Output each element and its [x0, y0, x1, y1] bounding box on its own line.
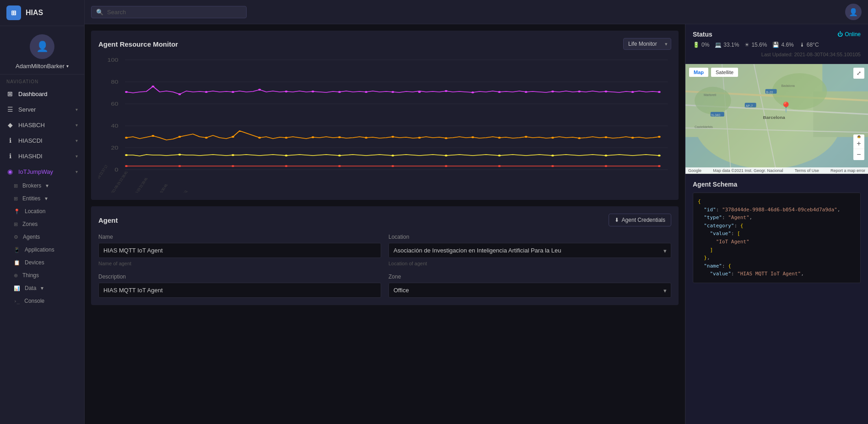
svg-point-74 — [604, 165, 607, 167]
svg-point-52 — [631, 137, 634, 139]
last-updated: Last Updated: 2021-08-30T04:34:55.100105 — [693, 52, 861, 57]
chevron-down-icon: ▾ — [66, 64, 69, 69]
sidebar-header: ⊞ HIAS — [0, 0, 84, 26]
dashboard-icon: ⊞ — [6, 90, 14, 97]
schema-code: { "id": "378d44de-9988-46d6-b054-09ceb4d… — [693, 193, 861, 283]
svg-point-37 — [232, 136, 234, 138]
map-zoom-in-button[interactable]: + — [853, 138, 864, 149]
agent-zone-select-wrapper: Office — [388, 283, 671, 298]
map-expand-button[interactable]: ⤢ — [853, 68, 864, 79]
cpu-icon: 💻 — [715, 42, 722, 48]
things-icon: ⊕ — [14, 273, 18, 279]
sidebar: ⊞ HIAS 👤 AdamMiltonBarker ▾ NAVIGATION ⊞… — [0, 0, 85, 424]
sidebar-item-console[interactable]: ›_ Console — [0, 295, 84, 307]
cpu-metric: 💻 33.1% — [715, 42, 739, 48]
sidebar-item-dashboard[interactable]: ⊞ Dashboard — [0, 86, 84, 102]
iotjumpway-icon: ◉ — [6, 168, 14, 175]
chevron-right-icon3: ▾ — [75, 138, 78, 143]
agent-description-input[interactable] — [98, 283, 381, 298]
map-zoom-out-button[interactable]: − — [853, 149, 864, 160]
agent-zone-select[interactable]: Office — [388, 283, 671, 298]
agent-form: Name Name of agent Location Asociación d… — [98, 234, 671, 298]
map-tab-map[interactable]: Map — [689, 68, 708, 77]
right-panel: Status Online 🔋 0% 💻 33.1% ☀ 15.6% — [685, 24, 868, 424]
temp-value: 68°C — [807, 42, 819, 48]
agent-credentials-button[interactable]: ⬇ Agent Credentials — [609, 214, 671, 226]
user-avatar-top[interactable]: 👤 — [845, 4, 862, 20]
svg-point-27 — [525, 91, 528, 93]
sidebar-item-devices[interactable]: 📋 Devices — [0, 256, 84, 269]
svg-point-68 — [285, 165, 288, 167]
monitor-dropdown-wrapper[interactable]: Life Monitor — [623, 38, 671, 50]
svg-point-24 — [445, 90, 447, 92]
svg-point-17 — [258, 89, 261, 91]
agent-location-hint: Location of agent — [388, 261, 671, 266]
svg-point-67 — [232, 165, 234, 167]
schema-title: Agent Schema — [693, 181, 861, 188]
sidebar-item-iotjumpway[interactable]: ◉ IoTJumpWay ▾ — [0, 164, 84, 179]
hiasbch-icon: ◆ — [6, 121, 14, 129]
monitor-dropdown[interactable]: Life Monitor — [623, 38, 671, 50]
main-panel: Agent Resource Monitor Life Monitor — [85, 24, 685, 424]
sidebar-item-data[interactable]: 📊 Data ▾ — [0, 282, 84, 295]
svg-point-43 — [392, 136, 394, 138]
chevron-right-icon4: ▾ — [75, 154, 78, 159]
cpu-value: 33.1% — [723, 42, 739, 48]
agent-section-title: Agent — [98, 216, 118, 224]
sidebar-item-hiasbch[interactable]: ◆ HIASBCH ▾ — [0, 117, 84, 133]
svg-point-69 — [338, 165, 341, 167]
sidebar-item-location[interactable]: 📍 Location — [0, 205, 84, 218]
hiashdi-icon: ℹ — [6, 152, 14, 160]
logo-icon: ⊞ — [11, 9, 16, 16]
map-zoom-controls: + − — [853, 138, 864, 160]
sidebar-item-brokers[interactable]: ⊞ Brokers ▾ — [0, 179, 84, 192]
sidebar-item-agents[interactable]: ⚙ Agents — [0, 231, 84, 243]
sidebar-item-zones[interactable]: ⊞ Zones — [0, 218, 84, 231]
svg-point-30 — [604, 91, 607, 92]
agent-description-label: Description — [98, 274, 381, 280]
disk-value: 4.6% — [781, 42, 793, 48]
sidebar-item-hiashdi[interactable]: ℹ HIASHDI ▾ — [0, 148, 84, 164]
svg-point-73 — [551, 165, 554, 167]
svg-point-62 — [551, 155, 554, 156]
search-input[interactable] — [107, 9, 242, 16]
data-icon: 📊 — [14, 285, 20, 291]
map-tab-satellite[interactable]: Satellite — [711, 68, 738, 77]
agent-name-input[interactable] — [98, 243, 381, 258]
sidebar-item-applications[interactable]: 📱 Applications — [0, 243, 84, 256]
agent-location-select[interactable]: Asociación de Investigacion en Inteligen… — [388, 243, 671, 258]
svg-point-42 — [365, 137, 367, 139]
svg-point-60 — [445, 155, 447, 156]
monitor-card-header: Agent Resource Monitor Life Monitor — [98, 38, 671, 50]
svg-point-49 — [551, 137, 554, 139]
zones-icon: ⊞ — [14, 221, 18, 227]
server-icon: ☰ — [6, 106, 14, 113]
svg-point-50 — [578, 137, 581, 139]
sidebar-item-server[interactable]: ☰ Server ▾ — [0, 102, 84, 117]
svg-point-63 — [604, 155, 607, 156]
sidebar-item-things[interactable]: ⊕ Things — [0, 269, 84, 282]
app-logo[interactable]: ⊞ — [6, 5, 21, 20]
sidebar-item-entities[interactable]: ⊞ Entities ▾ — [0, 192, 84, 205]
sidebar-item-hiascdi[interactable]: ℹ HIASCDI ▾ — [0, 133, 84, 148]
map-location-pin: 📍 — [780, 102, 792, 113]
svg-point-71 — [445, 165, 447, 167]
svg-text:2021-08-29 22:38:45: 2021-08-29 22:38:45 — [109, 171, 129, 193]
svg-point-32 — [658, 91, 661, 93]
svg-point-66 — [178, 165, 181, 167]
avatar-icon: 👤 — [36, 41, 49, 53]
svg-point-46 — [471, 136, 474, 138]
svg-point-48 — [525, 136, 528, 138]
svg-text:B-20: B-20 — [766, 91, 773, 94]
devices-icon: 📋 — [14, 260, 20, 266]
svg-point-59 — [392, 155, 394, 156]
search-box[interactable]: 🔍 — [91, 6, 247, 18]
sun-metric: ☀ 15.6% — [744, 42, 767, 48]
battery-icon: 🔋 — [693, 42, 700, 48]
username[interactable]: AdamMiltonBarker ▾ — [16, 63, 69, 70]
svg-text:2021-08-29 22:37:17: 2021-08-29 22:37:17 — [98, 165, 109, 189]
svg-text:60: 60 — [111, 102, 119, 107]
svg-point-29 — [578, 91, 581, 92]
svg-point-31 — [631, 91, 634, 93]
chevron-entities: ▾ — [45, 195, 48, 202]
